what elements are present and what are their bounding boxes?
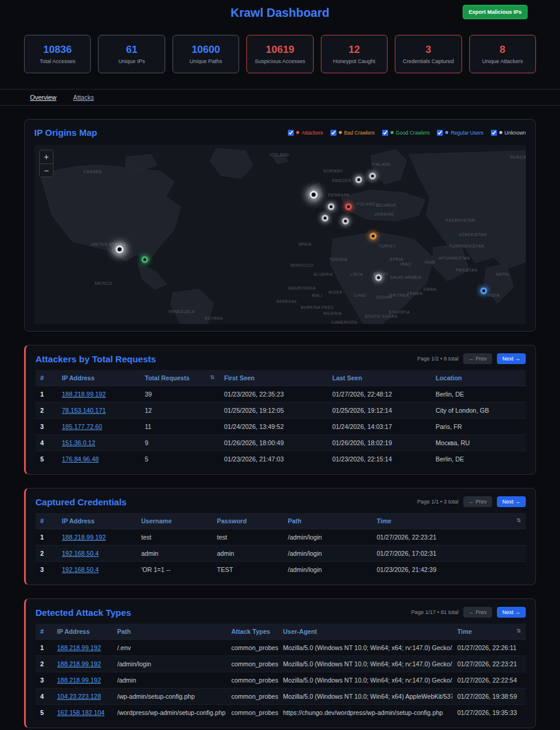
map-marker-unknown[interactable] [369,173,376,180]
attackers-prev-button[interactable]: ← Prev [463,353,492,364]
table-cell: City of London, GB [431,403,526,419]
credentials-prev-button[interactable]: ← Prev [463,496,492,507]
table-cell: 1 [35,529,57,546]
stat-label: Honeypot Caught [333,58,375,64]
zoom-in-button[interactable]: + [40,150,53,163]
column-header-label: Attack Types [231,628,270,635]
zoom-out-button[interactable]: − [40,163,53,177]
export-malicious-ips-button[interactable]: Export Malicious IPs [463,5,528,19]
column-header[interactable]: Time⇅ [452,624,526,640]
ip-address-link[interactable]: 151.36.0.12 [62,439,95,446]
legend-item-attackers[interactable]: Attackers [288,130,323,136]
sort-icon[interactable]: ⇅ [516,628,521,634]
map-marker-unknown[interactable] [309,191,317,199]
tab-attacks[interactable]: Attacks [73,94,94,101]
legend-dot-icon [499,131,502,134]
table-cell: Mozilla/5.0 (Windows NT 10.0; Win64; x64… [278,656,452,672]
ip-address-link[interactable]: 192.168.50.4 [62,566,99,573]
column-header-label: Path [288,517,302,525]
sort-icon[interactable]: ⇅ [210,374,215,380]
world-map[interactable]: + − CANADAICELANDNORWAYSWEDENFINLANDRUSS… [34,145,526,324]
map-marker-unknown[interactable] [342,217,348,224]
ip-address-cell: 188.218.99.192 [57,386,140,403]
stat-card-unique-paths: 10600 Unique Paths [172,35,239,73]
column-header[interactable]: Last Seen [327,370,431,386]
table-row: 2192.168.50.4adminadmin/admin/login01/27… [35,546,526,562]
map-marker-unknown[interactable] [328,203,335,210]
ip-address-link[interactable]: 185.177.72.60 [62,423,102,430]
ip-address-link[interactable]: 78.153.140.171 [62,407,106,414]
legend-item-bad-crawlers[interactable]: Bad Crawlers [330,130,375,136]
column-header[interactable]: # [35,370,57,386]
column-header[interactable]: IP Address [57,370,140,386]
ip-address-link[interactable]: 188.218.99.192 [57,644,101,651]
column-header[interactable]: # [35,624,52,640]
table-cell: admin [212,546,283,562]
sort-icon[interactable]: ⇅ [516,517,521,523]
attack-types-prev-button[interactable]: ← Prev [463,607,492,618]
column-header[interactable]: Password [212,513,283,529]
ip-address-link[interactable]: 188.218.99.192 [62,534,106,541]
table-cell: /admin/login [283,546,372,562]
ip-address-link[interactable]: 104.23.223.128 [57,693,101,700]
attack-types-next-button[interactable]: Next → [497,607,526,618]
column-header[interactable]: Attack Types [227,624,278,640]
table-cell: 01/27/2026, 22:23:21 [372,529,526,546]
map-marker-bad-crawler[interactable] [370,233,377,239]
attackers-next-button[interactable]: Next → [497,353,526,364]
legend-checkbox[interactable] [382,130,388,136]
attack-types-table-header-row: #IP AddressPathAttack TypesUser-AgentTim… [35,624,526,640]
legend-dot-icon [445,131,448,134]
ip-address-link[interactable]: 162.158.182.104 [57,709,105,716]
map-marker-unknown[interactable] [375,274,382,281]
column-header[interactable]: Username [136,513,212,529]
map-marker-regular-user[interactable] [480,287,487,294]
column-header[interactable]: Time⇅ [372,513,526,529]
legend-checkbox[interactable] [437,130,443,136]
legend-checkbox[interactable] [330,130,336,136]
map-marker-unknown[interactable] [116,246,124,254]
tab-overview[interactable]: Overview [30,94,56,101]
ip-address-cell: 104.23.223.128 [52,689,112,705]
table-cell: 5 [35,451,57,467]
ip-address-link[interactable]: 188.218.99.192 [57,677,101,684]
column-header[interactable]: Total Requests⇅ [140,370,219,386]
table-cell: /wordpress/wp-admin/setup-config.php [112,705,227,721]
table-cell: 01/23/2026, 22:15:14 [327,451,431,467]
legend-item-unknown[interactable]: Unknown [491,130,526,136]
column-header-label: Location [436,374,462,382]
column-header[interactable]: # [35,513,57,529]
column-header[interactable]: IP Address [57,513,136,529]
ip-address-link[interactable]: 192.168.50.4 [62,550,99,557]
map-zoom-control: + − [39,150,53,177]
map-marker-attacker[interactable] [345,203,352,210]
column-header[interactable]: Path [283,513,372,529]
table-cell: Mozilla/5.0 (Windows NT 10.0; Win64; x64… [278,689,452,705]
column-header[interactable]: First Seen [219,370,327,386]
column-header[interactable]: User-Agent [278,624,452,640]
ip-address-link[interactable]: 188.218.99.192 [57,660,101,668]
attackers-panel-header: Attackers by Total Requests Page 1/2 • 8… [35,353,526,364]
credentials-table: #IP AddressUsernamePasswordPathTime⇅ 118… [35,513,526,577]
credentials-panel-header: Captured Credentials Page 1/1 • 3 total … [35,496,526,507]
map-marker-good-crawler[interactable] [142,256,148,263]
table-row: 5176.84.96.48501/23/2026, 21:47:0301/23/… [35,451,526,467]
stat-label: Unique Attackers [482,58,523,64]
legend-checkbox[interactable] [288,130,294,136]
map-marker-unknown[interactable] [355,177,362,183]
legend-item-good-crawlers[interactable]: Good Crawlers [382,130,430,136]
legend-item-regular-users[interactable]: Regular Users [437,130,483,136]
map-marker-unknown[interactable] [322,215,329,222]
credentials-next-button[interactable]: Next → [497,496,526,507]
ip-address-link[interactable]: 188.218.99.192 [62,391,106,398]
column-header[interactable]: Location [431,370,526,386]
column-header-label: IP Address [62,374,94,382]
legend-checkbox[interactable] [491,130,497,136]
stat-value: 10600 [192,44,220,56]
stat-label: Total Accesses [40,58,76,64]
attack-types-panel-title: Detected Attack Types [35,607,131,618]
column-header[interactable]: IP Address [52,624,112,640]
ip-address-link[interactable]: 176.84.96.48 [62,455,99,463]
table-cell: Mozilla/5.0 (Windows NT 10.0; Win64; x64… [278,640,452,656]
column-header[interactable]: Path [112,624,227,640]
